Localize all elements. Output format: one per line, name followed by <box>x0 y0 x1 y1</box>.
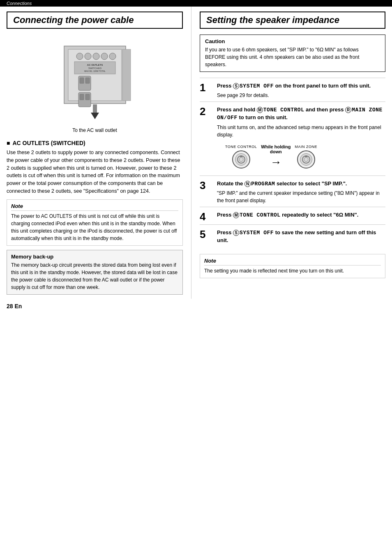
top-bar-label: Connections <box>7 1 32 6</box>
while-holding-label: While holdingdown → <box>261 144 291 169</box>
main-zone-icon: MAIN ZONE <box>295 145 317 169</box>
svg-rect-17 <box>122 49 131 101</box>
diagram-area: AC OUTLETS SWITCHED MAX 8Ω, 120W TOTAL <box>7 42 183 133</box>
right-column: Setting the speaker impedance Caution If… <box>191 7 385 299</box>
step-5-content: Press SSYSTEM OFF to save the new settin… <box>217 229 385 246</box>
svg-point-6 <box>109 53 116 60</box>
left-column: Connecting the power cable AC OUTL <box>7 7 191 299</box>
caution-box: Caution If you are to use 6 ohm speakers… <box>200 35 385 72</box>
while-holding-text: While holdingdown <box>261 144 291 154</box>
ac-outlets-body: Use these 2 outlets to supply power to a… <box>7 149 183 195</box>
step-5: 5 Press SSYSTEM OFF to save the new sett… <box>200 224 385 248</box>
step-1-detail: See page 29 for details. <box>217 92 385 99</box>
tone-knob <box>232 150 250 169</box>
svg-text:AC OUTLETS: AC OUTLETS <box>87 64 102 66</box>
step-2-instruction: Press and hold MTONE CONTROL and then pr… <box>217 106 385 122</box>
steps-container: 1 Press SSYSTEM OFF on the front panel t… <box>200 78 385 248</box>
step-1: 1 Press SSYSTEM OFF on the front panel t… <box>200 78 385 102</box>
step-4-num: 4 <box>200 211 213 222</box>
ac-outlets-header: AC OUTLETS (SWITCHED) <box>7 140 183 146</box>
step-2-detail: This unit turns on, and the advanced set… <box>217 124 385 138</box>
main-zone-knob-svg <box>302 155 311 164</box>
svg-text:SWITCHED: SWITCHED <box>88 67 102 69</box>
step-2: 2 Press and hold MTONE CONTROL and then … <box>200 102 385 175</box>
step-2-icon2: R <box>345 107 351 113</box>
svg-point-22 <box>302 156 310 163</box>
svg-marker-19 <box>91 113 99 119</box>
svg-rect-16 <box>85 94 90 100</box>
arrow-icon: → <box>261 156 291 169</box>
main-zone-label: MAIN ZONE <box>295 145 317 149</box>
note-box: Note The power to AC OUTLETS of this uni… <box>7 199 183 246</box>
step-1-num: 1 <box>200 82 213 93</box>
ac-unit-diagram: AC OUTLETS SWITCHED MAX 8Ω, 120W TOTAL <box>52 42 138 124</box>
main-content: Connecting the power cable AC OUTL <box>0 7 392 299</box>
step-3-detail: "SP IMP." and the current speaker impeda… <box>217 189 385 204</box>
svg-point-4 <box>93 53 99 60</box>
step-2-icon1: M <box>257 107 263 113</box>
note-title: Note <box>11 203 178 211</box>
step-5-sysoff: SYSTEM OFF <box>240 230 274 236</box>
step-1-instruction: Press SSYSTEM OFF on the front panel to … <box>217 82 385 90</box>
svg-point-3 <box>85 53 91 60</box>
step-4-content: Press MTONE CONTROL repeatedly to select… <box>217 211 385 221</box>
step-5-num: 5 <box>200 229 213 240</box>
step-4-instruction: Press MTONE CONTROL repeatedly to select… <box>217 211 385 219</box>
step-4: 4 Press MTONE CONTROL repeatedly to sele… <box>200 207 385 224</box>
svg-point-2 <box>76 53 83 60</box>
note-box-2: Note The setting you made is reflected n… <box>200 254 385 278</box>
step-2-content: Press and hold MTONE CONTROL and then pr… <box>217 106 385 173</box>
tone-knob-svg <box>237 155 246 164</box>
step-1-content: Press SSYSTEM OFF on the front panel to … <box>217 82 385 99</box>
main-zone-knob-inner <box>300 153 312 166</box>
step-3-num: 3 <box>200 180 213 191</box>
svg-rect-13 <box>85 78 90 83</box>
right-section-title: Setting the speaker impedance <box>200 12 385 29</box>
step-4-icon1: M <box>233 212 239 218</box>
memory-text: The memory back-up circuit prevents the … <box>11 261 178 291</box>
svg-rect-18 <box>93 104 97 113</box>
step-5-icon1: S <box>233 230 239 236</box>
caution-title: Caution <box>205 38 380 44</box>
tone-label: TONE CONTROL <box>225 145 257 149</box>
svg-point-20 <box>238 156 245 163</box>
top-bar: Connections <box>0 0 392 7</box>
memory-title: Memory back-up <box>11 254 178 260</box>
step-3: 3 Rotate the NPROGRAM selector to select… <box>200 175 385 207</box>
step-3-program: PROGRAM <box>251 181 275 187</box>
diagram-label: To the AC wall outlet <box>7 127 183 133</box>
page: Connections Connecting the power cable <box>0 0 392 554</box>
step-2-tone: TONE CONTROL <box>263 107 304 113</box>
svg-text:MAX 8Ω, 120W TOTAL: MAX 8Ω, 120W TOTAL <box>84 70 106 72</box>
step-3-content: Rotate the NPROGRAM selector to select "… <box>217 180 385 204</box>
tone-knob-inner <box>235 153 247 166</box>
note-2-text: The setting you made is reflected next t… <box>204 267 381 275</box>
svg-rect-15 <box>80 94 84 100</box>
svg-point-5 <box>101 53 108 60</box>
note-text: The power to AC OUTLETS of this unit is … <box>11 212 178 242</box>
step-4-tone: TONE CONTROL <box>240 212 281 218</box>
while-holding-diagram: TONE CONTROL <box>225 144 385 169</box>
step-3-icon1: N <box>244 181 251 187</box>
note-2-title: Note <box>204 258 381 265</box>
page-footer: 28 En <box>0 299 392 314</box>
step-5-instruction: Press SSYSTEM OFF to save the new settin… <box>217 229 385 244</box>
step-1-system-off: SYSTEM OFF <box>240 83 274 89</box>
svg-rect-12 <box>80 78 84 83</box>
memory-box: Memory back-up The memory back-up circui… <box>7 250 183 295</box>
step-3-instruction: Rotate the NPROGRAM selector to select "… <box>217 180 385 188</box>
svg-point-23 <box>304 157 308 162</box>
left-section-title: Connecting the power cable <box>7 12 183 29</box>
page-number: 28 En <box>7 303 22 309</box>
svg-point-21 <box>239 157 243 162</box>
ac-outlets-title: AC OUTLETS (SWITCHED) <box>12 140 85 146</box>
main-zone-knob <box>297 150 315 169</box>
tone-control-icon: TONE CONTROL <box>225 145 257 169</box>
step-2-num: 2 <box>200 106 213 117</box>
caution-text: If you are to use 6 ohm speakers, set "S… <box>205 46 380 68</box>
step-1-icon1: S <box>233 83 239 89</box>
